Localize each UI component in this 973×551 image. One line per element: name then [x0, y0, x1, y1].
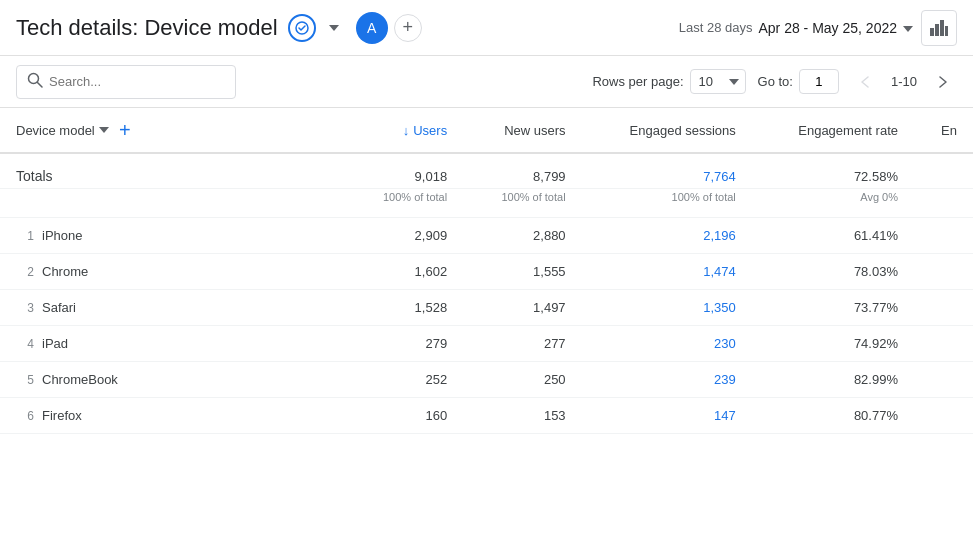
add-dimension-button[interactable]: + [113, 118, 137, 142]
row-rank: 5 [16, 373, 34, 387]
goto-control: Go to: [758, 69, 839, 94]
cell-users-0: 2,909 [345, 218, 463, 254]
goto-label: Go to: [758, 74, 793, 89]
header-right: Last 28 days Apr 28 - May 25, 2022 [679, 10, 957, 46]
date-dropdown-button[interactable] [903, 20, 913, 35]
cell-device-1: 2 Chrome [0, 254, 345, 290]
search-input[interactable] [49, 74, 225, 89]
table-row: 4 iPad 279 277 230 74.92% [0, 326, 973, 362]
cell-device-name: Chrome [42, 264, 88, 279]
add-button[interactable]: + [394, 14, 422, 42]
rows-per-page-select[interactable]: 10 25 50 100 [690, 69, 746, 94]
cell-engaged-sessions-1: 1,474 [582, 254, 752, 290]
cell-device-3: 4 iPad [0, 326, 345, 362]
search-icon [27, 72, 43, 92]
table-container: Device model + ↓ Users New users [0, 108, 973, 551]
cell-engaged-sessions-5: 147 [582, 398, 752, 434]
totals-label: Totals [0, 153, 345, 189]
cell-engagement-rate-3: 74.92% [752, 326, 914, 362]
table-row: 2 Chrome 1,602 1,555 1,474 78.03% [0, 254, 973, 290]
cell-users-3: 279 [345, 326, 463, 362]
totals-engaged-sessions: 7,764 [582, 153, 752, 189]
totals-engaged-sessions-pct: 100% of total [582, 189, 752, 218]
cell-device-name: iPhone [42, 228, 82, 243]
cell-engagement-rate-1: 78.03% [752, 254, 914, 290]
cell-extra-3 [914, 326, 973, 362]
row-rank: 1 [16, 229, 34, 243]
table-row: 1 iPhone 2,909 2,880 2,196 61.41% [0, 218, 973, 254]
chart-icon-button[interactable] [921, 10, 957, 46]
sort-down-icon: ↓ [403, 123, 410, 138]
cell-device-0: 1 iPhone [0, 218, 345, 254]
cell-new-users-1: 1,555 [463, 254, 581, 290]
col-label-device: Device model [16, 123, 95, 138]
col-label-extra: En [941, 123, 957, 138]
cell-engagement-rate-5: 80.77% [752, 398, 914, 434]
row-rank: 3 [16, 301, 34, 315]
cell-new-users-2: 1,497 [463, 290, 581, 326]
cell-extra-1 [914, 254, 973, 290]
cell-users-1: 1,602 [345, 254, 463, 290]
col-header-device: Device model + [0, 108, 345, 153]
col-sort-arrow-device [99, 127, 109, 133]
cell-users-2: 1,528 [345, 290, 463, 326]
rows-per-page-label: Rows per page: [592, 74, 683, 89]
cell-engaged-sessions-4: 239 [582, 362, 752, 398]
cell-users-5: 160 [345, 398, 463, 434]
page-header: Tech details: Device model A + Last 28 d… [0, 0, 973, 56]
date-range: Last 28 days Apr 28 - May 25, 2022 [679, 20, 913, 36]
table-header-row: Device model + ↓ Users New users [0, 108, 973, 153]
col-header-users[interactable]: ↓ Users [345, 108, 463, 153]
cell-extra-2 [914, 290, 973, 326]
date-prefix: Last 28 days [679, 20, 753, 35]
col-header-engagement-rate[interactable]: Engagement rate [752, 108, 914, 153]
cell-engagement-rate-2: 73.77% [752, 290, 914, 326]
next-page-button[interactable] [929, 68, 957, 96]
date-value: Apr 28 - May 25, 2022 [758, 20, 897, 36]
cell-new-users-3: 277 [463, 326, 581, 362]
data-table: Device model + ↓ Users New users [0, 108, 973, 434]
totals-users: 9,018 [345, 153, 463, 189]
table-row: 3 Safari 1,528 1,497 1,350 73.77% [0, 290, 973, 326]
totals-sub-row: 100% of total 100% of total 100% of tota… [0, 189, 973, 218]
col-label-users: Users [413, 123, 447, 138]
cell-device-5: 6 Firefox [0, 398, 345, 434]
row-rank: 4 [16, 337, 34, 351]
search-box [16, 65, 236, 99]
cell-engaged-sessions-2: 1,350 [582, 290, 752, 326]
col-header-engaged-sessions[interactable]: Engaged sessions [582, 108, 752, 153]
cell-device-name: iPad [42, 336, 68, 351]
title-dropdown-button[interactable] [320, 14, 348, 42]
totals-engagement-rate-sub: Avg 0% [752, 189, 914, 218]
svg-rect-4 [945, 26, 948, 36]
totals-users-pct: 100% of total [345, 189, 463, 218]
svg-rect-2 [935, 24, 939, 36]
col-header-extra: En [914, 108, 973, 153]
status-check-icon [288, 14, 316, 42]
col-label-engaged-sessions: Engaged sessions [630, 123, 736, 138]
page-title: Tech details: Device model [16, 15, 278, 41]
cell-extra-4 [914, 362, 973, 398]
cell-new-users-0: 2,880 [463, 218, 581, 254]
cell-engaged-sessions-3: 230 [582, 326, 752, 362]
cell-device-name: ChromeBook [42, 372, 118, 387]
totals-row: Totals 9,018 8,799 7,764 72.58% [0, 153, 973, 189]
totals-engagement-rate: 72.58% [752, 153, 914, 189]
row-rank: 6 [16, 409, 34, 423]
goto-input[interactable] [799, 69, 839, 94]
totals-new-users-pct: 100% of total [463, 189, 581, 218]
rows-per-page-control: Rows per page: 10 25 50 100 [592, 69, 745, 94]
col-header-new-users[interactable]: New users [463, 108, 581, 153]
cell-device-4: 5 ChromeBook [0, 362, 345, 398]
col-label-engagement-rate: Engagement rate [798, 123, 898, 138]
toolbar: Rows per page: 10 25 50 100 Go to: 1-10 [0, 56, 973, 108]
table-row: 6 Firefox 160 153 147 80.77% [0, 398, 973, 434]
cell-new-users-5: 153 [463, 398, 581, 434]
totals-new-users: 8,799 [463, 153, 581, 189]
cell-device-name: Firefox [42, 408, 82, 423]
table-row: 5 ChromeBook 252 250 239 82.99% [0, 362, 973, 398]
col-label-new-users: New users [504, 123, 565, 138]
cell-engaged-sessions-0: 2,196 [582, 218, 752, 254]
cell-extra-5 [914, 398, 973, 434]
prev-page-button[interactable] [851, 68, 879, 96]
